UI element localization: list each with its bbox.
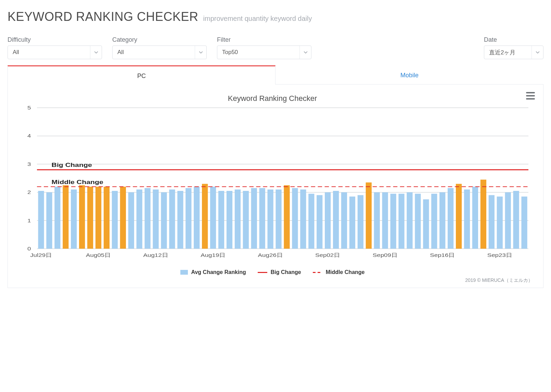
svg-rect-42	[284, 185, 290, 249]
svg-rect-68	[497, 197, 503, 249]
page-subtitle: improvement quantity keyword daily	[203, 15, 312, 23]
svg-rect-69	[505, 192, 511, 249]
svg-text:Aug26日: Aug26日	[258, 252, 283, 258]
svg-rect-55	[390, 194, 396, 249]
page-title: KEYWORD RANKING CHECKER	[8, 10, 198, 24]
filter-date: Date 直近2ヶ月	[484, 36, 543, 59]
legend-mid-label: Middle Change	[326, 269, 365, 275]
copyright: 2019 © MIERUCA（ミエルカ）	[11, 277, 534, 284]
svg-text:Aug12日: Aug12日	[143, 252, 168, 258]
svg-rect-49	[341, 192, 347, 249]
date-value: 直近2ヶ月	[489, 49, 515, 56]
svg-rect-15	[63, 185, 68, 249]
tab-mobile[interactable]: Mobile	[276, 65, 543, 84]
filter-category: Category All	[112, 36, 207, 59]
category-select[interactable]: All	[112, 45, 207, 59]
svg-text:5: 5	[27, 105, 31, 111]
filter-filter: Filter Top50	[217, 36, 311, 59]
svg-rect-25	[145, 188, 151, 249]
hamburger-menu-icon[interactable]	[526, 92, 535, 100]
svg-rect-31	[194, 187, 200, 249]
svg-rect-44	[300, 190, 306, 249]
svg-rect-47	[325, 192, 331, 249]
legend-swatch-bar	[180, 270, 188, 275]
svg-rect-23	[128, 192, 134, 249]
svg-text:Big Change: Big Change	[52, 162, 92, 168]
svg-text:Aug19日: Aug19日	[201, 252, 226, 258]
chevron-down-icon	[90, 46, 102, 59]
svg-rect-33	[210, 187, 216, 249]
chart-panel: Keyword Ranking Checker 012345Big Change…	[8, 84, 543, 288]
svg-rect-16	[71, 190, 77, 249]
svg-rect-50	[349, 197, 355, 249]
svg-rect-53	[374, 192, 380, 249]
svg-text:Sep02日: Sep02日	[315, 252, 340, 258]
category-label: Category	[112, 36, 207, 43]
date-label: Date	[484, 36, 543, 43]
difficulty-label: Difficulty	[8, 36, 102, 43]
svg-rect-12	[38, 191, 44, 249]
svg-rect-54	[382, 192, 388, 249]
svg-rect-58	[415, 194, 421, 249]
svg-rect-48	[333, 191, 339, 249]
chevron-down-icon	[195, 46, 206, 59]
svg-rect-39	[259, 188, 265, 249]
svg-rect-41	[276, 190, 281, 249]
svg-rect-20	[104, 187, 110, 249]
legend-mid[interactable]: Middle Change	[313, 269, 365, 275]
svg-text:Sep09日: Sep09日	[373, 252, 398, 258]
filter-label: Filter	[217, 36, 311, 43]
svg-rect-29	[177, 191, 183, 249]
chart: 012345Big ChangeMiddle ChangeJul29日Aug05…	[11, 105, 534, 266]
svg-rect-27	[161, 192, 167, 249]
filter-value: Top50	[222, 49, 238, 56]
svg-rect-62	[448, 188, 453, 249]
svg-rect-28	[169, 190, 175, 249]
category-value: All	[117, 49, 124, 56]
svg-rect-22	[120, 187, 126, 249]
svg-rect-51	[358, 195, 363, 249]
legend-big[interactable]: Big Change	[258, 269, 301, 275]
chart-legend: Avg Change Ranking Big Change Middle Cha…	[11, 269, 534, 275]
svg-rect-17	[79, 185, 85, 249]
svg-rect-61	[439, 192, 445, 249]
legend-avg[interactable]: Avg Change Ranking	[180, 269, 246, 275]
svg-rect-35	[227, 191, 232, 249]
legend-swatch-dash	[313, 272, 322, 273]
svg-rect-13	[46, 192, 52, 249]
tab-pc[interactable]: PC	[8, 65, 276, 84]
svg-rect-59	[423, 199, 429, 249]
svg-rect-52	[366, 182, 372, 249]
svg-rect-37	[243, 191, 249, 249]
filter-select[interactable]: Top50	[217, 45, 311, 59]
date-select[interactable]: 直近2ヶ月	[484, 45, 543, 59]
svg-text:Middle Change: Middle Change	[52, 179, 104, 185]
svg-rect-36	[235, 190, 241, 249]
svg-text:Aug05日: Aug05日	[86, 252, 111, 258]
svg-rect-66	[480, 180, 486, 249]
svg-rect-14	[54, 187, 60, 249]
page-header: KEYWORD RANKING CHECKER improvement quan…	[8, 10, 543, 24]
svg-rect-21	[112, 191, 118, 249]
svg-rect-63	[456, 184, 462, 249]
tabs: PC Mobile Keyword Ranking Checker 012345…	[8, 65, 543, 288]
svg-rect-57	[407, 192, 412, 249]
svg-rect-60	[431, 194, 437, 249]
svg-rect-43	[292, 188, 298, 249]
svg-text:4: 4	[27, 133, 31, 139]
svg-rect-32	[202, 184, 208, 249]
difficulty-value: All	[13, 49, 19, 56]
svg-rect-70	[513, 191, 519, 249]
svg-text:1: 1	[27, 218, 31, 223]
legend-big-label: Big Change	[271, 269, 301, 275]
chevron-down-icon	[531, 46, 543, 59]
difficulty-select[interactable]: All	[8, 45, 102, 59]
svg-rect-24	[137, 190, 142, 249]
svg-text:Sep16日: Sep16日	[430, 252, 455, 258]
svg-text:Sep23日: Sep23日	[487, 252, 512, 258]
svg-rect-34	[218, 191, 224, 249]
svg-rect-26	[153, 190, 158, 249]
svg-rect-65	[472, 187, 478, 249]
chart-title: Keyword Ranking Checker	[11, 94, 534, 103]
filter-bar: Difficulty All Category All Filter Top50…	[8, 36, 543, 59]
